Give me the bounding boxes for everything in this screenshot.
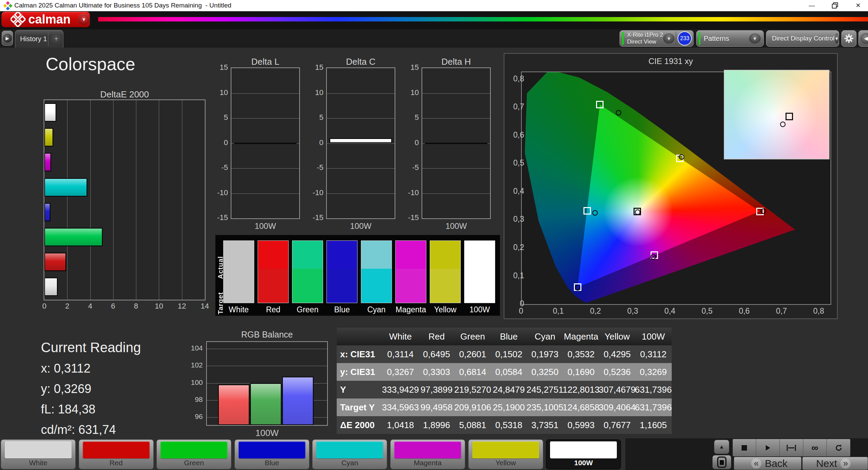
target-swatch — [292, 269, 323, 303]
restore-button[interactable] — [825, 0, 845, 11]
play-icon — [764, 444, 771, 451]
swatch-stack — [326, 240, 357, 303]
target-swatch — [327, 269, 357, 303]
delta_l-chart — [231, 67, 300, 219]
pattern-button-blue[interactable]: Blue — [234, 439, 309, 469]
cie-x-tick: 0,5 — [702, 307, 713, 316]
deltae-bar-yellow — [44, 128, 53, 146]
actual-swatch — [430, 241, 460, 269]
rgb-balance-title: RGB Balance — [206, 330, 328, 340]
tab-scroll-button[interactable]: ▶ — [2, 31, 13, 46]
patterns-dropdown[interactable]: Patterns ▼ — [696, 30, 764, 47]
refresh-button[interactable] — [827, 439, 850, 456]
calman-menu-button[interactable]: calman ▼ — [1, 12, 90, 27]
calman-logo-icon — [11, 12, 26, 27]
column-header-cyan: Cyan — [527, 328, 563, 345]
add-tab-button[interactable]: + — [50, 34, 62, 44]
pattern-button-yellow[interactable]: Yellow — [468, 439, 543, 469]
table-cell: 99,4958 — [418, 398, 455, 416]
table-cell: 5,0881 — [455, 416, 491, 434]
meter-count-badge[interactable]: 233 — [677, 31, 692, 46]
row-label: Target Y — [337, 398, 382, 416]
swatch-column-yellow: Yellow — [430, 240, 461, 314]
actual-swatch — [258, 241, 288, 269]
y-tick-label: 5 — [308, 113, 323, 122]
current-reading: Current Reading x: 0,3112y: 0,3269fL: 18… — [41, 340, 141, 437]
delta_h-chart — [422, 67, 491, 219]
cie-measure-green — [616, 110, 621, 115]
column-header-red: Red — [418, 328, 455, 345]
gridline — [327, 143, 395, 144]
gridline — [231, 93, 299, 94]
refresh-icon — [835, 444, 843, 452]
pattern-swatch — [239, 441, 305, 458]
tab-bar: ▶ History 1 + X-Rite i1Pro 2 Direct View… — [0, 29, 868, 48]
cie-target-green — [596, 101, 604, 108]
pattern-button-red[interactable]: Red — [79, 439, 154, 469]
table-cell: 309,4064 — [599, 398, 635, 416]
y-tick-label: 5 — [404, 113, 419, 122]
play-button[interactable] — [756, 439, 780, 456]
deltae-bar-white — [44, 103, 56, 122]
close-button[interactable]: ✕ — [848, 0, 868, 11]
next-button[interactable]: Next» — [802, 457, 868, 470]
pattern-window-button[interactable] — [712, 455, 731, 469]
target-swatch — [224, 269, 254, 303]
y-tick-label: -10 — [213, 188, 228, 197]
logo-strip: calman ▼ — [0, 11, 868, 29]
deltae-bar-cyan — [44, 178, 87, 197]
restore-icon — [832, 2, 838, 9]
table-cell: 0,4295 — [599, 345, 635, 363]
column-header-yellow: Yellow — [599, 328, 635, 345]
pattern-button-green[interactable]: Green — [156, 439, 231, 469]
resize-icon — [787, 444, 796, 451]
cie-measure-white — [635, 209, 640, 215]
delta_l-zero-bar — [234, 143, 296, 144]
delta_h-title: Delta H — [422, 57, 491, 67]
pattern-button-cyan[interactable]: Cyan — [312, 439, 387, 469]
table-cell: 3,7351 — [527, 416, 563, 434]
settings-button[interactable] — [841, 30, 856, 47]
table-cell: 209,9106 — [455, 398, 491, 416]
y-tick-label: -5 — [213, 163, 228, 172]
table-cell: 0,3112 — [635, 345, 671, 363]
chevrons-right-icon: » — [840, 458, 851, 469]
rgb-y-tick: 100 — [187, 378, 203, 387]
display-control-dropdown[interactable]: Direct Display Control ▼ — [766, 30, 839, 47]
tab-history-1[interactable]: History 1 + — [15, 30, 63, 48]
gridline — [231, 193, 299, 194]
rainbow-bar — [98, 17, 868, 21]
table-cell: 0,5993 — [563, 416, 599, 434]
reading-x: x: 0,3112 — [41, 361, 141, 376]
row-label: x: CIE31 — [337, 345, 382, 363]
actual-swatch — [327, 241, 357, 269]
loop-button[interactable]: ∞ — [803, 439, 827, 456]
pattern-button-white[interactable]: White — [1, 439, 76, 469]
pattern-swatch — [5, 441, 72, 458]
back-button[interactable]: «Back — [734, 457, 802, 470]
cie-y-tick: 0,5 — [513, 158, 524, 168]
target-swatch — [258, 269, 288, 303]
stop-button[interactable] — [733, 439, 756, 456]
measurement-table: WhiteRedGreenBlueCyanMagentaYellow100Wx:… — [337, 328, 672, 434]
pattern-swatch — [394, 441, 461, 458]
cie-y-tick: 0,1 — [513, 271, 524, 280]
window-size-button[interactable] — [780, 439, 803, 456]
patterns-status-bar — [699, 32, 700, 45]
page-title: Colorspace — [46, 54, 135, 74]
pattern-up-button[interactable]: ▲ — [714, 440, 729, 454]
window-title: Calman 2025 Calman Ultimate for Business… — [14, 2, 231, 9]
tab-label: History 1 — [20, 35, 47, 43]
swatch-label: White — [223, 305, 254, 314]
y-tick-label: -10 — [404, 188, 419, 197]
cie-chart-title: CIE 1931 xy — [504, 57, 837, 66]
collapse-panel-button[interactable]: ◀ — [858, 30, 868, 47]
table-row: Y333,942997,3899219,527024,8479245,27511… — [337, 381, 672, 398]
pattern-button-100w[interactable]: 100W — [546, 439, 621, 469]
minimize-button[interactable]: — — [802, 0, 822, 11]
reading-y: y: 0,3269 — [41, 382, 141, 396]
meter-dropdown[interactable]: X-Rite i1Pro 2 Direct View ▼ 233 — [620, 30, 694, 47]
x-tick-label: 0 — [37, 302, 51, 311]
y-tick-label: 0 — [308, 138, 323, 147]
pattern-button-magenta[interactable]: Magenta — [390, 439, 465, 469]
